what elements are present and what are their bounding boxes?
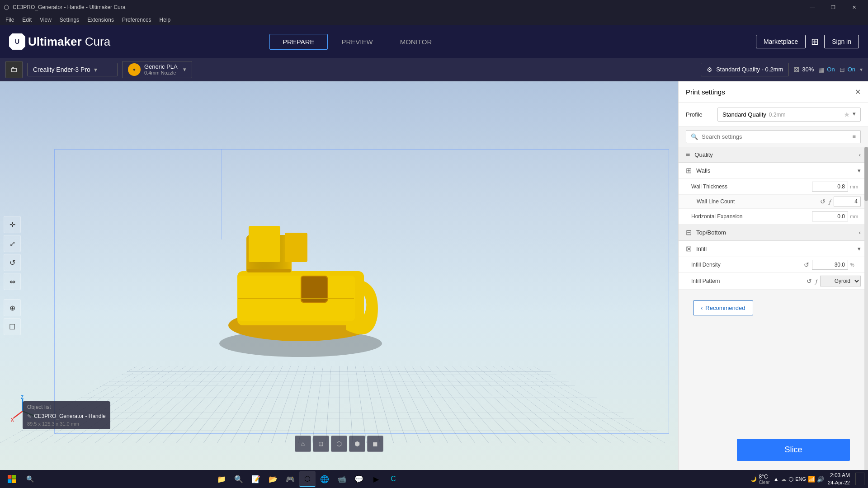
taskbar-game-app[interactable]: 🎮 bbox=[282, 471, 298, 487]
filter-icon[interactable]: ≡ bbox=[852, 133, 856, 140]
walls-section-header[interactable]: ⊞ Walls ▾ bbox=[679, 163, 868, 179]
profile-row: Profile Standard Quality 0.2mm ★ ▾ bbox=[679, 103, 868, 127]
object-dimensions: 89.5 x 125.3 x 31.0 mm bbox=[27, 421, 106, 427]
taskbar-skype-app[interactable]: 💬 bbox=[351, 471, 367, 487]
taskbar-media-app[interactable]: ▶ bbox=[368, 471, 384, 487]
printer-selector[interactable]: Creality Ender-3 Pro ▾ bbox=[27, 63, 118, 76]
object-list-panel: Object list ✎ CE3PRO_Generator - Handle … bbox=[23, 401, 110, 429]
infill-density-reset-button[interactable]: ↺ bbox=[803, 260, 810, 269]
volume-icon[interactable]: 🔊 bbox=[817, 476, 824, 483]
toolbar-expand-icon[interactable]: ▾ bbox=[860, 66, 863, 73]
search-input[interactable] bbox=[702, 133, 849, 140]
start-button[interactable] bbox=[4, 473, 20, 485]
taskbar-cura-app[interactable]: ⬡ bbox=[299, 471, 316, 487]
infill-pattern-reset-button[interactable]: ↺ bbox=[806, 277, 813, 286]
solid-view-button[interactable]: ◼ bbox=[367, 436, 383, 452]
taskbar-notepad[interactable]: 📝 bbox=[248, 471, 264, 487]
taskbar-app-icons: 📁 🔍 📝 📂 🎮 ⬡ 🌐 📹 💬 ▶ C bbox=[213, 471, 401, 487]
infill-section-header[interactable]: ⊠ Infill ▾ bbox=[679, 241, 868, 257]
zoom-fit-button[interactable]: ⊡ bbox=[313, 436, 329, 452]
quality-settings-selector[interactable]: ⚙ Standard Quality - 0.2mm bbox=[701, 63, 789, 76]
quality-section-header[interactable]: ≡ Quality ‹ bbox=[679, 147, 868, 163]
perspective-button[interactable]: ⬢ bbox=[349, 436, 365, 452]
infill-density-input[interactable] bbox=[812, 260, 848, 270]
brand-logo-icon: U bbox=[9, 33, 25, 50]
isometric-view-button[interactable]: ⬡ bbox=[331, 436, 347, 452]
menu-settings[interactable]: Settings bbox=[56, 16, 83, 24]
menu-preferences[interactable]: Preferences bbox=[118, 16, 155, 24]
tab-prepare[interactable]: PREPARE bbox=[269, 34, 328, 50]
system-tray-icons: ▲ ☁ ⬡ ENG 📶 🔊 bbox=[773, 476, 824, 483]
brand-logo-area: U Ultimaker Cura bbox=[9, 33, 110, 50]
mirror-tool-button[interactable]: ⇔ bbox=[4, 273, 21, 290]
horizontal-expansion-input[interactable] bbox=[812, 211, 848, 221]
wall-thickness-input[interactable] bbox=[812, 182, 848, 192]
infill-pattern-formula-button[interactable]: 𝑓 bbox=[815, 277, 818, 286]
horizontal-expansion-unit: mm bbox=[850, 214, 861, 219]
taskbar-browser[interactable]: 🌐 bbox=[316, 471, 333, 487]
clock[interactable]: 2:03 AM 24-Apr-22 bbox=[828, 472, 850, 486]
taskbar-cura-app2[interactable]: C bbox=[385, 471, 401, 487]
taskbar-search-app[interactable]: 🔍 bbox=[231, 471, 247, 487]
tab-preview[interactable]: PREVIEW bbox=[329, 34, 386, 50]
wifi-icon[interactable]: 📶 bbox=[808, 476, 815, 483]
taskbar-tray: 🌙 8°C Clear ▲ ☁ ⬡ ENG 📶 🔊 2:03 AM 24-Apr… bbox=[750, 472, 864, 486]
per-model-settings-button[interactable]: ⊕ bbox=[4, 299, 21, 316]
infill-chevron-icon: ▾ bbox=[858, 245, 861, 252]
menu-file[interactable]: File bbox=[2, 16, 18, 24]
taskbar-search-button[interactable]: 🔍 bbox=[22, 473, 38, 485]
wall-line-count-formula-button[interactable]: 𝑓 bbox=[828, 197, 832, 206]
menu-edit[interactable]: Edit bbox=[19, 16, 35, 24]
onedrive-icon[interactable]: ⬡ bbox=[788, 476, 793, 483]
open-folder-button[interactable]: 🗀 bbox=[5, 61, 23, 78]
settings-scrollbar[interactable] bbox=[864, 147, 868, 470]
home-view-button[interactable]: ⌂ bbox=[295, 436, 311, 452]
wall-line-count-reset-button[interactable]: ↺ bbox=[819, 197, 826, 206]
profile-selector[interactable]: Standard Quality 0.2mm ★ ▾ bbox=[717, 108, 861, 122]
object-list-header: Object list bbox=[27, 404, 106, 410]
infill-pattern-label: Infill Pattern bbox=[691, 278, 806, 284]
menu-extensions[interactable]: Extensions bbox=[84, 16, 118, 24]
favorite-button[interactable]: ★ bbox=[844, 110, 850, 119]
taskbar-file-explorer[interactable]: 📁 bbox=[213, 471, 230, 487]
tab-monitor[interactable]: MONITOR bbox=[387, 34, 445, 50]
settings-sliders-icon: ⚙ bbox=[707, 66, 712, 73]
support-blocker-button[interactable]: ☐ bbox=[4, 318, 21, 335]
restore-button[interactable]: ❐ bbox=[823, 0, 844, 14]
title-bar: ⬡ CE3PRO_Generator - Handle - Ultimaker … bbox=[0, 0, 868, 14]
wall-line-count-controls: ↺ 𝑓 bbox=[819, 197, 861, 206]
quality-chevron-icon: ‹ bbox=[859, 151, 861, 158]
nozzle-icon: ● bbox=[128, 63, 141, 76]
top-bottom-section-header[interactable]: ⊟ Top/Bottom ‹ bbox=[679, 225, 868, 241]
network-icon[interactable]: ☁ bbox=[781, 476, 787, 483]
minimize-button[interactable]: — bbox=[802, 0, 823, 14]
notifications-icon[interactable]: ▲ bbox=[773, 476, 779, 483]
object-list-item[interactable]: ✎ CE3PRO_Generator - Handle bbox=[27, 412, 106, 420]
recommended-label: Recommended bbox=[705, 305, 745, 311]
window-controls: — ❐ ✕ bbox=[802, 0, 864, 14]
viewport[interactable]: ✛ ⤢ ↺ ⇔ ⊕ ☐ X Y Z Object list ✎ CE3PRO_G… bbox=[0, 81, 678, 470]
viewport-bottom-toolbar: ⌂ ⊡ ⬡ ⬢ ◼ bbox=[295, 436, 383, 452]
menu-help[interactable]: Help bbox=[156, 16, 175, 24]
rotate-tool-button[interactable]: ↺ bbox=[4, 254, 21, 271]
close-button[interactable]: ✕ bbox=[844, 0, 864, 14]
marketplace-button[interactable]: Marketplace bbox=[756, 35, 806, 48]
menu-view[interactable]: View bbox=[36, 16, 55, 24]
panel-close-button[interactable]: ✕ bbox=[855, 88, 861, 96]
move-tool-button[interactable]: ✛ bbox=[4, 216, 21, 233]
taskbar-folder[interactable]: 📂 bbox=[265, 471, 281, 487]
profile-actions: ★ ▾ bbox=[844, 110, 856, 119]
apps-grid-icon[interactable]: ⊞ bbox=[811, 36, 819, 47]
taskbar-video-app[interactable]: 📹 bbox=[334, 471, 350, 487]
scrollbar-thumb[interactable] bbox=[864, 147, 868, 201]
slice-button[interactable]: Slice bbox=[737, 439, 850, 461]
material-name: Generic PLA bbox=[144, 63, 178, 70]
infill-pattern-select[interactable]: Gyroid Lines Grid Triangles bbox=[820, 276, 861, 286]
material-selector[interactable]: ● Generic PLA 0.4mm Nozzle ▾ bbox=[122, 61, 192, 78]
scale-tool-button[interactable]: ⤢ bbox=[4, 235, 21, 252]
recommended-button[interactable]: ‹ Recommended bbox=[693, 300, 753, 315]
signin-button[interactable]: Sign in bbox=[824, 35, 859, 48]
show-desktop-button[interactable] bbox=[855, 473, 864, 485]
wall-line-count-input[interactable] bbox=[834, 197, 861, 206]
svg-text:X: X bbox=[11, 418, 14, 422]
